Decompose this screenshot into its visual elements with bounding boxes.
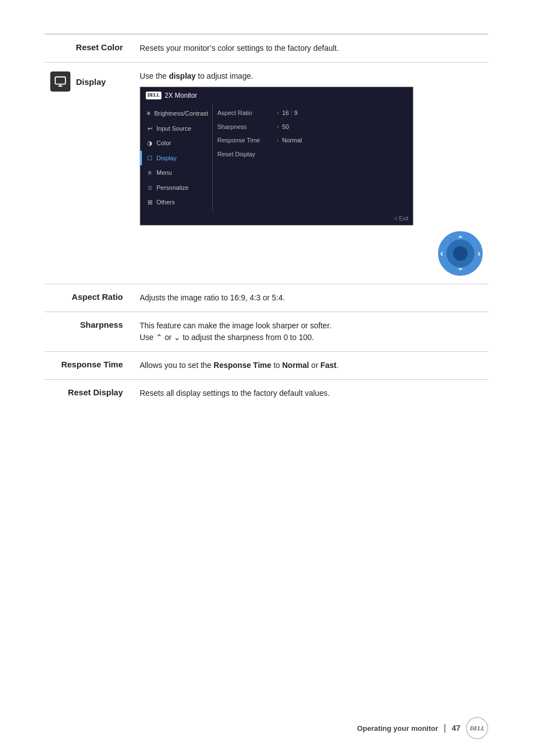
- reset-display-row: Reset Display Resets all display setting…: [45, 379, 488, 407]
- osd-menu-others-label: Others: [156, 198, 175, 207]
- osd-menu-display[interactable]: ☐ Display: [140, 151, 212, 166]
- reset-color-row: Reset Color Resets your monitor’s color …: [45, 35, 488, 63]
- osd-response-time-item[interactable]: Response Time › Normal: [217, 133, 408, 147]
- aspect-ratio-text: Adjusts the image ratio to 16:9, 4:3 or …: [140, 293, 285, 302]
- osd-left-menu: ☀ Brightness/Contrast ↩ Input Source ◑ C…: [140, 104, 213, 212]
- sharpness-row: Sharpness This feature can make the imag…: [45, 312, 488, 351]
- osd-menu-menu-label: Menu: [156, 168, 172, 178]
- response-time-text: Allows you to set the Response Time to N…: [140, 361, 339, 370]
- footer-separator: |: [444, 723, 446, 733]
- fast-bold: Fast: [320, 361, 336, 370]
- aspect-ratio-row: Aspect Ratio Adjusts the image ratio to …: [45, 284, 488, 312]
- osd-reset-display-item[interactable]: Reset Display: [217, 147, 408, 161]
- osd-exit[interactable]: < Exit: [140, 212, 413, 225]
- svg-rect-0: [55, 77, 65, 84]
- osd-menu-color[interactable]: ◑ Color: [140, 136, 212, 151]
- display-label-cell: Display: [45, 63, 134, 284]
- dell-logo-osd: DELL: [146, 92, 161, 99]
- response-time-title: Response Time: [61, 360, 123, 369]
- osd-menu-input[interactable]: ↩ Input Source: [140, 121, 212, 136]
- monitor-svg: [54, 75, 66, 88]
- controller-graphic: ⌃ ⌄ ‹ ›: [438, 231, 483, 276]
- display-icon: ☐: [146, 154, 154, 163]
- response-time-label: Response Time: [45, 351, 134, 379]
- menu-icon: ≡: [146, 168, 154, 178]
- osd-menu-display-label: Display: [156, 154, 177, 163]
- footer-page-number: 47: [451, 724, 460, 733]
- dell-logo-footer: DELL: [466, 717, 488, 739]
- others-icon: ⊞: [146, 198, 154, 207]
- controller-up-arrow: ⌃: [457, 233, 464, 245]
- display-title: Display: [76, 77, 106, 87]
- reset-color-label: Reset Color: [45, 35, 134, 63]
- osd-menu-color-label: Color: [156, 138, 171, 148]
- osd-menu-brightness[interactable]: ☀ Brightness/Contrast: [140, 106, 212, 121]
- reset-display-item-label: Reset Display: [217, 150, 273, 159]
- aspect-ratio-desc: Adjusts the image ratio to 16:9, 4:3 or …: [134, 284, 488, 312]
- sharpness-arrow: ›: [273, 122, 282, 132]
- osd-right-content: Aspect Ratio › 16 : 9 Sharpness › 50: [213, 104, 413, 212]
- reset-display-title: Reset Display: [68, 387, 123, 397]
- reset-color-desc: Resets your monitor’s color settings to …: [134, 35, 488, 63]
- osd-aspect-ratio-item[interactable]: Aspect Ratio › 16 : 9: [217, 106, 408, 120]
- sharpness-label: Sharpness: [45, 312, 134, 351]
- brightness-icon: ☀: [146, 109, 151, 118]
- aspect-ratio-item-label: Aspect Ratio: [217, 108, 273, 118]
- aspect-ratio-value: 16 : 9: [282, 108, 298, 118]
- reset-color-title: Reset Color: [76, 42, 123, 52]
- page-wrapper: Reset Color Resets your monitor’s color …: [0, 0, 533, 441]
- osd-container: DELL 2X Monitor ☀ Brightness/Contrast ↩: [140, 87, 413, 226]
- osd-menu-personalize[interactable]: ✩ Personalize: [140, 180, 212, 195]
- reset-display-label: Reset Display: [45, 379, 134, 407]
- osd-exit-label: < Exit: [394, 216, 408, 222]
- osd-menu-input-label: Input Source: [156, 124, 191, 133]
- sharpness-title: Sharpness: [80, 320, 123, 329]
- response-time-value: Normal: [282, 136, 302, 145]
- dell-logo-text: DELL: [470, 725, 484, 731]
- input-icon: ↩: [146, 124, 154, 133]
- display-bold: display: [169, 71, 196, 80]
- response-time-item-label: Response Time: [217, 136, 273, 145]
- monitor-icon: [50, 71, 70, 92]
- personalize-icon: ✩: [146, 183, 154, 193]
- response-time-row: Response Time Allows you to set the Resp…: [45, 351, 488, 379]
- display-text-area: Use the display to adjust image. DELL 2X…: [140, 70, 483, 276]
- osd-menu-brightness-label: Brightness/Contrast: [154, 109, 208, 118]
- content-table: Reset Color Resets your monitor’s color …: [45, 34, 488, 407]
- osd-menu-others[interactable]: ⊞ Others: [140, 195, 212, 210]
- osd-header: DELL 2X Monitor: [140, 87, 413, 104]
- reset-display-desc: Resets all display settings to the facto…: [134, 379, 488, 407]
- display-content-cell: Use the display to adjust image. DELL 2X…: [134, 63, 488, 284]
- normal-bold: Normal: [282, 361, 309, 370]
- controller-center: [453, 246, 468, 261]
- aspect-ratio-title: Aspect Ratio: [72, 292, 123, 302]
- controller-down-arrow: ⌄: [457, 262, 464, 274]
- response-time-desc: Allows you to set the Response Time to N…: [134, 351, 488, 379]
- aspect-ratio-label: Aspect Ratio: [45, 284, 134, 312]
- controller-left-arrow: ‹: [440, 247, 443, 260]
- display-label-wrapper: Display: [50, 71, 123, 92]
- reset-display-text: Resets all display settings to the facto…: [140, 389, 330, 398]
- display-intro: Use the display to adjust image.: [140, 70, 483, 82]
- display-row: Display Use the display to adjust image.…: [45, 63, 488, 284]
- osd-sharpness-item[interactable]: Sharpness › 50: [217, 120, 408, 134]
- sharpness-value: 50: [282, 122, 289, 132]
- osd-menu-personalize-label: Personalize: [156, 183, 188, 193]
- sharpness-item-label: Sharpness: [217, 122, 273, 132]
- color-icon: ◑: [146, 138, 154, 148]
- page-footer: Operating your monitor | 47 DELL: [357, 717, 488, 739]
- osd-body: ☀ Brightness/Contrast ↩ Input Source ◑ C…: [140, 104, 413, 212]
- controller-area: ⌃ ⌄ ‹ ›: [140, 231, 483, 276]
- response-time-bold: Response Time: [213, 361, 271, 370]
- reset-color-text: Resets your monitor’s color settings to …: [140, 44, 339, 52]
- osd-title: 2X Monitor: [165, 90, 197, 101]
- sharpness-desc: This feature can make the image look sha…: [134, 312, 488, 351]
- controller-right-arrow: ›: [478, 247, 480, 260]
- sharpness-text: This feature can make the image look sha…: [140, 321, 331, 342]
- aspect-ratio-arrow: ›: [273, 108, 282, 118]
- osd-menu-menu[interactable]: ≡ Menu: [140, 165, 212, 180]
- footer-text: Operating your monitor: [357, 724, 438, 733]
- response-time-arrow: ›: [273, 136, 282, 145]
